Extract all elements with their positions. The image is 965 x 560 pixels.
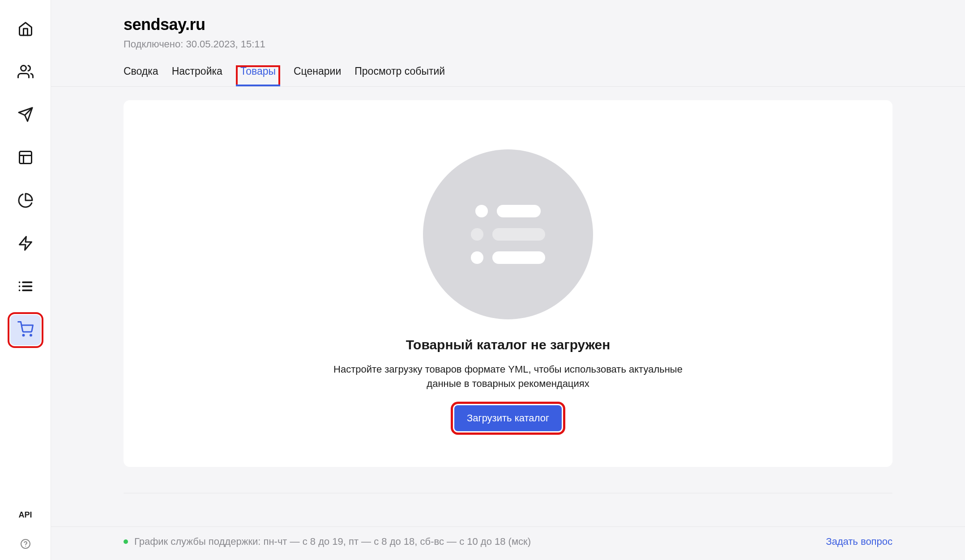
list-icon [17, 278, 34, 296]
empty-state-title: Товарный каталог не загружен [406, 337, 611, 352]
tabs: Сводка Настройка Товары Сценарии Просмот… [51, 65, 965, 87]
sidebar-item-home[interactable] [10, 14, 41, 45]
sidebar-item-bolt[interactable] [10, 229, 41, 259]
svg-rect-3 [19, 152, 31, 164]
chart-icon [17, 192, 34, 210]
tab-scenarios[interactable]: Сценарии [294, 65, 341, 86]
footer: График службы поддержки: пн-чт — с 8 до … [51, 526, 965, 560]
support-schedule-text: График службы поддержки: пн-чт — с 8 до … [134, 536, 531, 547]
sidebar-bottom: API [0, 510, 51, 551]
sidebar-item-chart[interactable] [10, 186, 41, 216]
sidebar-item-send[interactable] [10, 100, 41, 131]
cart-icon [17, 321, 34, 339]
tab-settings[interactable]: Настройка [172, 65, 222, 86]
support-schedule: График службы поддержки: пн-чт — с 8 до … [124, 536, 531, 547]
bolt-icon [17, 235, 34, 253]
tab-summary[interactable]: Сводка [124, 65, 158, 86]
empty-state-card: Товарный каталог не загружен Настройте з… [124, 100, 892, 467]
svg-point-0 [21, 66, 26, 71]
sidebar-item-layout[interactable] [10, 143, 41, 174]
sidebar-item-api[interactable]: API [18, 510, 32, 520]
sidebar-item-cart[interactable] [10, 315, 41, 345]
tab-products[interactable]: Товары [236, 65, 280, 86]
status-dot-icon [124, 539, 128, 544]
header: sendsay.ru Подключено: 30.05.2023, 15:11 [51, 0, 965, 65]
page-subtitle: Подключено: 30.05.2023, 15:11 [124, 38, 965, 50]
sidebar-item-help[interactable] [20, 539, 31, 551]
load-catalog-button[interactable]: Загрузить каталог [454, 405, 562, 431]
main: sendsay.ru Подключено: 30.05.2023, 15:11… [51, 0, 965, 560]
sidebar-item-list[interactable] [10, 272, 41, 302]
page-title: sendsay.ru [124, 15, 965, 34]
svg-marker-6 [19, 237, 31, 250]
list-placeholder-icon [423, 149, 593, 319]
ask-question-link[interactable]: Задать вопрос [826, 536, 892, 547]
help-icon [20, 543, 31, 551]
sidebar: API [0, 0, 51, 560]
svg-point-13 [23, 335, 24, 336]
sidebar-item-users[interactable] [10, 57, 41, 88]
content: Товарный каталог не загружен Настройте з… [51, 87, 965, 526]
divider [124, 493, 892, 493]
svg-point-14 [30, 335, 31, 336]
tab-events[interactable]: Просмотр событий [354, 65, 445, 86]
send-icon [17, 106, 34, 124]
layout-icon [17, 149, 34, 167]
users-icon [17, 64, 34, 81]
home-icon [17, 21, 34, 38]
empty-state-description: Настройте загрузку товаров формате YML, … [329, 362, 687, 391]
